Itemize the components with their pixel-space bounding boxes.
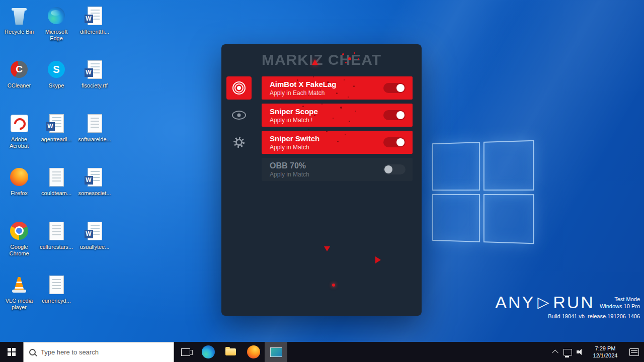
desktop-icon[interactable]: VLC media player bbox=[1, 272, 37, 326]
edge-icon bbox=[48, 7, 65, 24]
word-icon bbox=[49, 114, 64, 133]
desktop-icon[interactable]: CCleaner bbox=[1, 57, 37, 111]
feature-title: Sniper Scope bbox=[270, 107, 318, 116]
recycle-icon bbox=[12, 7, 27, 25]
desktop-icon[interactable]: Microsoft Edge bbox=[37, 3, 75, 57]
edge-icon bbox=[202, 345, 215, 358]
desktop-icon-label: CCleaner bbox=[1, 82, 37, 89]
windows-start-icon bbox=[8, 348, 16, 356]
desktop-icon-label: Skype bbox=[38, 82, 74, 89]
markiz-app-icon bbox=[270, 347, 282, 357]
build-label: Build 19041.vb_release.191206-1406 bbox=[495, 313, 640, 320]
feature-title: AimBot X FakeLag bbox=[270, 80, 337, 88]
taskbar-file-explorer-button[interactable] bbox=[219, 342, 242, 362]
cheat-feature-row: AimBot X FakeLag Apply in Each Match bbox=[262, 76, 413, 100]
feature-title: OBB 70% bbox=[270, 161, 309, 170]
start-button[interactable] bbox=[0, 342, 23, 362]
anyrun-watermark: ANY ▷ RUN Test Mode Windows 10 Pro Build… bbox=[495, 293, 640, 320]
taskbar-edge-button[interactable] bbox=[197, 342, 219, 362]
chevron-up-icon bbox=[552, 349, 558, 356]
feature-toggle[interactable] bbox=[383, 137, 406, 147]
text-icon bbox=[88, 114, 102, 133]
word-icon bbox=[88, 168, 102, 187]
desktop-icon-label: differentth... bbox=[76, 29, 113, 35]
speaker-icon bbox=[577, 348, 584, 355]
chrome-icon bbox=[10, 222, 28, 240]
test-mode-label: Test Mode bbox=[600, 296, 640, 303]
desktop-icon[interactable]: Skype bbox=[37, 57, 75, 111]
desktop-icon-label: Google Chrome bbox=[1, 244, 37, 257]
task-view-button[interactable] bbox=[174, 342, 197, 362]
feature-subtitle: Apply in Match ! bbox=[270, 117, 318, 124]
taskbar-firefox-button[interactable] bbox=[242, 342, 265, 362]
cheat-sidebar bbox=[226, 76, 252, 158]
ccleaner-icon bbox=[11, 61, 28, 78]
volume-button[interactable] bbox=[574, 342, 587, 362]
desktop-icon[interactable]: differentth... bbox=[75, 3, 114, 57]
vlc-icon bbox=[10, 276, 28, 294]
cheat-feature-row: Sniper Scope Apply in Match ! bbox=[262, 104, 413, 127]
desktop-icon-label: somesociet... bbox=[76, 190, 113, 197]
desktop-icon-label: couldteam... bbox=[38, 190, 74, 197]
windows-logo-wallpaper bbox=[432, 140, 534, 244]
sidebar-tab-settings[interactable] bbox=[226, 131, 252, 154]
feature-toggle[interactable] bbox=[383, 110, 406, 120]
feature-title: Sniper Switch bbox=[270, 134, 319, 143]
desktop-icon[interactable]: flsociety.rtf bbox=[75, 57, 114, 111]
desktop-icon-grid: Recycle Bin Microsoft Edge differentth..… bbox=[1, 3, 114, 326]
firefox-icon bbox=[10, 168, 28, 186]
taskbar-active-app-button[interactable] bbox=[265, 342, 287, 362]
ethernet-network-icon bbox=[564, 349, 572, 355]
desktop-icon-label: culturestars... bbox=[38, 244, 74, 250]
desktop-icon[interactable]: somesociet... bbox=[75, 164, 114, 218]
desktop-icon[interactable]: softwareide... bbox=[75, 111, 114, 164]
taskbar-clock[interactable]: 7:29 PM 12/1/2024 bbox=[587, 342, 624, 362]
desktop-wallpaper: Recycle Bin Microsoft Edge differentth..… bbox=[0, 0, 644, 342]
sidebar-tab-aim[interactable] bbox=[226, 76, 252, 100]
feature-subtitle: Apply in Match bbox=[270, 171, 309, 178]
desktop-icon-label: Firefox bbox=[1, 190, 37, 197]
feature-toggle[interactable] bbox=[383, 83, 406, 93]
gear-icon bbox=[233, 136, 245, 148]
clock-date: 12/1/2024 bbox=[593, 352, 618, 359]
desktop-icon-label: usuallytee... bbox=[76, 244, 113, 250]
feature-subtitle: Apply in Match bbox=[270, 144, 319, 151]
taskbar-search[interactable]: Type here to search bbox=[23, 342, 174, 362]
desktop-icon[interactable]: Recycle Bin bbox=[1, 3, 37, 57]
desktop-icon[interactable]: usuallytee... bbox=[75, 218, 114, 272]
toggle-knob bbox=[396, 138, 405, 146]
cheat-feature-row: Sniper Switch Apply in Match bbox=[262, 131, 413, 154]
desktop-icon-label: softwareide... bbox=[76, 136, 113, 143]
skype-icon bbox=[48, 61, 65, 78]
text-icon bbox=[49, 276, 64, 294]
desktop-icon[interactable]: Firefox bbox=[1, 164, 37, 218]
anyrun-logo: ANY ▷ RUN bbox=[495, 293, 595, 312]
toggle-knob bbox=[396, 84, 405, 92]
cheat-window-title: MARKIZ CHEAT bbox=[221, 51, 422, 68]
sidebar-tab-visuals[interactable] bbox=[226, 104, 252, 127]
hidden-icons-button[interactable] bbox=[549, 342, 561, 362]
markiz-cheat-window: MARKIZ CHEAT AimBot X FakeLag Apply in E… bbox=[221, 44, 422, 316]
task-view-icon bbox=[181, 348, 190, 356]
action-center-button[interactable] bbox=[624, 342, 644, 362]
taskbar: Type here to search 7:29 PM 12/1/2024 bbox=[0, 342, 644, 362]
network-button[interactable] bbox=[561, 342, 574, 362]
desktop-icon[interactable]: culturestars... bbox=[37, 218, 75, 272]
desktop-icon-label: flsociety.rtf bbox=[76, 82, 113, 89]
desktop-icon[interactable]: Google Chrome bbox=[1, 218, 37, 272]
search-placeholder: Type here to search bbox=[41, 348, 99, 356]
desktop-icon[interactable]: agentreadi... bbox=[37, 111, 75, 164]
clock-time: 7:29 PM bbox=[595, 345, 616, 352]
word-icon bbox=[88, 7, 102, 25]
desktop-icon-label: Recycle Bin bbox=[1, 29, 37, 35]
desktop-icon[interactable]: couldteam... bbox=[37, 164, 75, 218]
acrobat-icon bbox=[11, 115, 28, 132]
toggle-knob bbox=[396, 111, 405, 119]
word-icon bbox=[88, 60, 102, 79]
feature-toggle[interactable] bbox=[383, 164, 406, 174]
desktop-icon[interactable]: Adobe Acrobat bbox=[1, 111, 37, 164]
word-icon bbox=[88, 222, 102, 240]
firefox-icon bbox=[247, 345, 260, 358]
play-icon: ▷ bbox=[537, 293, 550, 311]
desktop-icon[interactable]: currencyd... bbox=[37, 272, 75, 326]
